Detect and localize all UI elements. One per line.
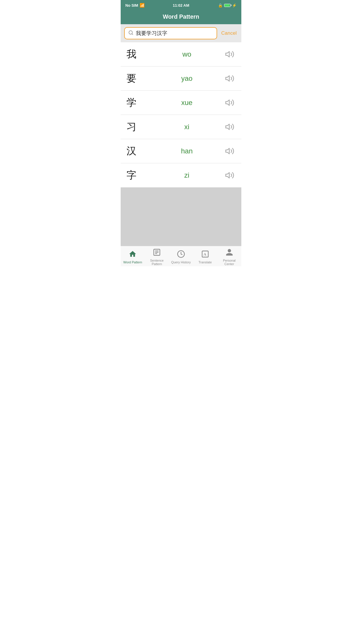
personal-center-label: Personal Center — [218, 259, 240, 266]
status-time: 11:02 AM — [173, 3, 189, 8]
sentence-pattern-icon — [153, 248, 161, 258]
character-chinese: 字 — [126, 169, 150, 182]
search-icon — [128, 30, 133, 36]
svg-marker-4 — [226, 100, 229, 106]
svg-line-1 — [132, 34, 133, 34]
character-chinese: 要 — [126, 72, 150, 85]
character-chinese: 习 — [126, 120, 150, 134]
sound-button[interactable] — [224, 48, 236, 60]
sound-button[interactable] — [224, 97, 236, 108]
status-left: No SIM 📶 — [125, 3, 145, 8]
svg-text:A: A — [203, 252, 206, 256]
character-pinyin: zi — [150, 171, 224, 179]
sentence-pattern-label: Sentence Pattern — [146, 259, 168, 266]
table-row: 学xue — [121, 91, 241, 115]
cancel-button[interactable]: Cancel — [220, 29, 238, 37]
sound-button[interactable] — [224, 73, 236, 84]
table-row: 要yao — [121, 66, 241, 91]
page-title: Word Pattern — [163, 13, 199, 20]
svg-marker-3 — [226, 76, 229, 81]
sound-button[interactable] — [224, 121, 236, 133]
tab-personal-center[interactable]: Personal Center — [217, 246, 241, 266]
battery-icon — [224, 4, 231, 7]
personal-center-icon — [225, 248, 233, 258]
character-pinyin: xi — [150, 123, 224, 131]
character-pinyin: xue — [150, 99, 224, 107]
character-chinese: 学 — [126, 96, 150, 109]
svg-marker-7 — [226, 173, 229, 178]
character-chinese: 汉 — [126, 144, 150, 158]
sound-button[interactable] — [224, 145, 236, 157]
carrier-label: No SIM — [125, 3, 138, 8]
word-pattern-label: Word Pattern — [123, 260, 142, 264]
empty-area — [121, 188, 241, 246]
table-row: 我wo — [121, 42, 241, 66]
translate-label: Translate — [198, 260, 212, 264]
query-history-label: Query History — [171, 260, 191, 264]
tab-sentence-pattern[interactable]: Sentence Pattern — [145, 246, 169, 266]
character-pinyin: yao — [150, 74, 224, 83]
character-list: 我wo 要yao 学xue 习xi 汉han 字zi — [121, 42, 241, 188]
status-bar: No SIM 📶 11:02 AM 🔒 ⚡ — [121, 0, 241, 10]
table-row: 字zi — [121, 163, 241, 188]
search-bar: Cancel — [121, 24, 241, 42]
svg-marker-2 — [226, 52, 229, 57]
search-input[interactable] — [136, 30, 213, 36]
character-pinyin: wo — [150, 50, 224, 58]
search-input-wrapper — [124, 27, 217, 39]
character-pinyin: han — [150, 147, 224, 155]
character-chinese: 我 — [126, 48, 150, 61]
page-header: Word Pattern — [121, 10, 241, 24]
tab-translate[interactable]: ATranslate — [193, 246, 217, 266]
table-row: 习xi — [121, 115, 241, 139]
table-row: 汉han — [121, 139, 241, 163]
status-right: 🔒 ⚡ — [218, 3, 237, 8]
sound-button[interactable] — [224, 169, 236, 181]
query-history-icon — [177, 250, 185, 259]
tab-query-history[interactable]: Query History — [169, 246, 193, 266]
tab-word-pattern[interactable]: Word Pattern — [121, 246, 145, 266]
word-pattern-icon — [129, 250, 137, 259]
svg-marker-5 — [226, 124, 229, 130]
translate-icon: A — [201, 250, 209, 259]
screen-lock-icon: 🔒 — [218, 3, 223, 8]
tab-bar: Word PatternSentence PatternQuery Histor… — [121, 246, 241, 266]
svg-marker-6 — [226, 148, 229, 154]
wifi-icon: 📶 — [140, 3, 145, 8]
charging-icon: ⚡ — [232, 3, 237, 8]
